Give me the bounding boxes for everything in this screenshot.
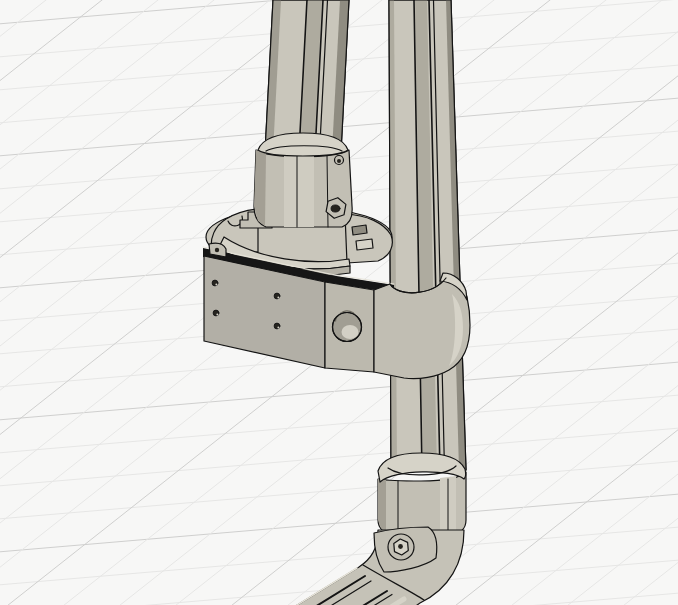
hole-glint xyxy=(277,326,279,328)
left-extrusion-rail[interactable] xyxy=(265,0,349,152)
hole-glint xyxy=(216,313,218,315)
cad-viewport-canvas[interactable] xyxy=(0,0,678,605)
hole-glint xyxy=(215,283,217,285)
clamp-highlight xyxy=(284,154,314,227)
cad-viewport[interactable] xyxy=(0,0,678,605)
hole-glint xyxy=(277,296,279,298)
clamp-pin-hole-bore xyxy=(337,159,341,163)
clamp-hex-socket xyxy=(331,205,340,212)
elbow-hex-socket xyxy=(398,544,403,549)
pivot-bore-floor xyxy=(342,325,359,339)
block-corner-hole xyxy=(215,248,219,252)
elbow-socket-collar[interactable] xyxy=(378,453,466,534)
plate-clamp-tab xyxy=(356,239,373,250)
plate-notch-cut xyxy=(352,225,367,235)
